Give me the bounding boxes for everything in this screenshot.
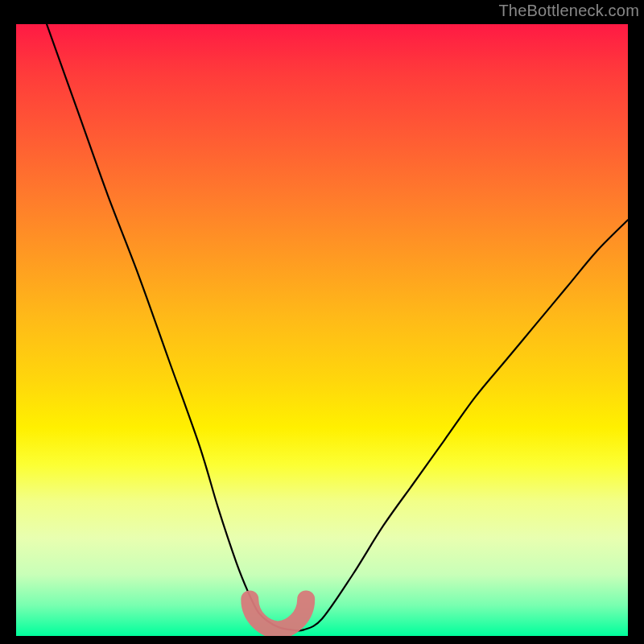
chart-frame: TheBottleneck.com [0,0,644,644]
curve-layer [16,24,628,636]
notch-highlight [250,599,306,630]
attribution-label: TheBottleneck.com [498,2,639,20]
bottleneck-curve [47,24,628,631]
plot-area [16,24,628,636]
